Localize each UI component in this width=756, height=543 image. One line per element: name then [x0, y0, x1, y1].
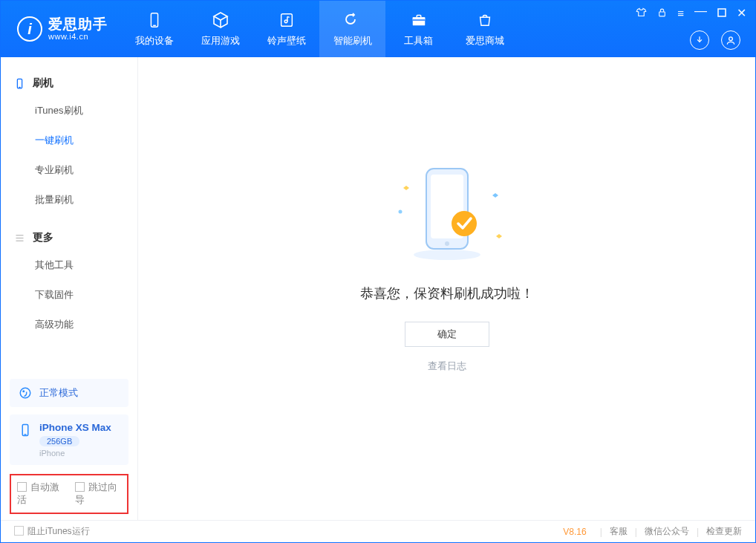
nav-apps-games[interactable]: 应用游戏	[187, 1, 253, 57]
svg-rect-0	[151, 13, 157, 27]
app-subtitle: www.i4.cn	[48, 32, 108, 41]
refresh-icon	[343, 10, 362, 30]
minimize-icon[interactable]: —	[694, 4, 707, 17]
app-window: i 爱思助手 www.i4.cn 我的设备 应用游戏 铃声壁纸 智能刷机	[0, 0, 756, 543]
success-panel: 恭喜您，保资料刷机成功啦！ 确定 查看日志	[360, 160, 534, 373]
sidebar-item-itunes-flash[interactable]: iTunes刷机	[1, 96, 137, 126]
sidebar-item-advanced[interactable]: 高级功能	[1, 310, 137, 339]
wechat-link[interactable]: 微信公众号	[645, 525, 689, 538]
maximize-icon[interactable]	[717, 8, 726, 19]
tshirt-icon[interactable]	[636, 7, 647, 19]
body: 刷机 iTunes刷机 一键刷机 专业刷机 批量刷机 更多 其他工具 下载固件 …	[1, 57, 755, 520]
device-name: iPhone XS Max	[39, 422, 111, 433]
cube-icon	[211, 10, 230, 30]
menu-icon[interactable]: ≡	[677, 7, 684, 19]
device-capacity: 256GB	[39, 436, 79, 446]
nav-label: 爱思商城	[466, 34, 504, 48]
list-icon	[14, 233, 25, 244]
phone-icon	[14, 78, 25, 89]
svg-point-26	[445, 241, 449, 246]
titlebar-controls: ≡ — ✕	[636, 7, 746, 19]
success-message: 恭喜您，保资料刷机成功啦！	[360, 284, 534, 302]
auto-activate-checkbox[interactable]: 自动激活	[17, 481, 63, 507]
sidebar-group-title: 更多	[33, 231, 53, 244]
skip-wizard-checkbox[interactable]: 跳过向导	[75, 481, 121, 507]
nav-label: 智能刷机	[333, 34, 372, 48]
svg-point-9	[729, 37, 733, 41]
svg-point-3	[284, 20, 287, 23]
store-icon	[475, 10, 495, 30]
nav-label: 铃声壁纸	[267, 34, 306, 48]
device-type: iPhone	[39, 449, 111, 458]
sidebar: 刷机 iTunes刷机 一键刷机 专业刷机 批量刷机 更多 其他工具 下载固件 …	[1, 57, 138, 520]
ok-button[interactable]: 确定	[405, 322, 489, 347]
view-log-link[interactable]: 查看日志	[428, 360, 466, 373]
svg-point-15	[20, 388, 30, 398]
main-nav: 我的设备 应用游戏 铃声壁纸 智能刷机 工具箱 爱思商城	[121, 1, 518, 57]
sidebar-item-other-tools[interactable]: 其他工具	[1, 250, 137, 280]
nav-ringtones[interactable]: 铃声壁纸	[253, 1, 319, 57]
sidebar-group-title: 刷机	[33, 77, 53, 90]
svg-point-16	[22, 390, 25, 392]
footer: 阻止iTunes运行 V8.16 | 客服 | 微信公众号 | 检查更新	[1, 520, 755, 542]
check-update-link[interactable]: 检查更新	[706, 525, 742, 538]
main-panel: 恭喜您，保资料刷机成功啦！ 确定 查看日志	[138, 57, 755, 520]
logo: i 爱思助手 www.i4.cn	[1, 1, 121, 57]
mode-box[interactable]: 正常模式	[10, 379, 128, 407]
lock-icon[interactable]	[657, 7, 667, 19]
nav-toolbox[interactable]: 工具箱	[385, 1, 452, 57]
svg-marker-22	[496, 234, 502, 238]
version-label: V8.16	[563, 527, 586, 537]
sidebar-item-batch-flash[interactable]: 批量刷机	[1, 185, 137, 215]
user-button[interactable]	[721, 30, 740, 50]
svg-point-20	[398, 210, 402, 214]
header: i 爱思助手 www.i4.cn 我的设备 应用游戏 铃声壁纸 智能刷机	[1, 1, 755, 57]
nav-my-device[interactable]: 我的设备	[121, 1, 187, 57]
toolbox-icon	[409, 10, 428, 30]
logo-icon: i	[17, 16, 42, 42]
success-illustration	[384, 160, 510, 267]
device-box[interactable]: iPhone XS Max 256GB iPhone	[10, 414, 128, 465]
close-icon[interactable]: ✕	[737, 7, 746, 19]
sidebar-item-one-click-flash[interactable]: 一键刷机	[1, 126, 137, 155]
sidebar-item-download-firmware[interactable]: 下载固件	[1, 280, 137, 310]
nav-label: 应用游戏	[201, 34, 240, 48]
support-link[interactable]: 客服	[610, 525, 628, 538]
phone-icon	[19, 423, 32, 437]
sidebar-item-pro-flash[interactable]: 专业刷机	[1, 155, 137, 185]
svg-rect-7	[659, 11, 665, 16]
device-icon	[145, 10, 164, 30]
svg-rect-8	[718, 9, 726, 16]
svg-marker-21	[492, 193, 498, 198]
nav-label: 我的设备	[135, 34, 174, 48]
nav-store[interactable]: 爱思商城	[452, 1, 518, 57]
highlighted-options: 自动激活 跳过向导	[10, 474, 128, 514]
nav-label: 工具箱	[404, 34, 433, 48]
sidebar-group-more: 更多	[1, 225, 137, 250]
svg-point-27	[452, 211, 477, 236]
music-icon	[277, 10, 296, 30]
app-title: 爱思助手	[48, 17, 108, 33]
svg-point-23	[414, 250, 480, 260]
mode-icon	[19, 386, 32, 400]
svg-marker-19	[403, 186, 409, 190]
sidebar-group-flash: 刷机	[1, 71, 137, 96]
mode-label: 正常模式	[39, 386, 78, 400]
block-itunes-checkbox[interactable]: 阻止iTunes运行	[14, 525, 90, 538]
nav-smart-flash[interactable]: 智能刷机	[319, 1, 385, 57]
download-button[interactable]	[690, 30, 709, 50]
header-right	[690, 30, 740, 50]
